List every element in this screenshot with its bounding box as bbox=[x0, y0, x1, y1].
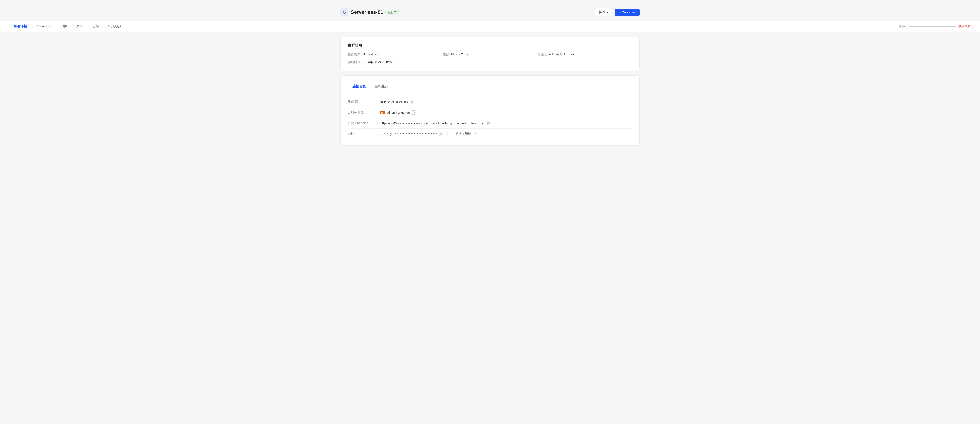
svg-text:阿: 阿 bbox=[381, 112, 383, 114]
info-item-type: 集群类型 Serverless bbox=[348, 53, 442, 56]
conn-tabs: 连接信息 连接指南 bbox=[348, 82, 632, 91]
info-label-compat: 兼容 bbox=[442, 53, 449, 56]
page-header: ⚙ Serverless-01 运行中 操作 ▾ + Collection bbox=[340, 5, 640, 16]
cluster-name: Serverless-01 bbox=[351, 9, 383, 15]
info-value-compat: Milvus 2.4.x bbox=[451, 53, 468, 56]
aliyun-logo-icon: 阿 bbox=[380, 111, 385, 114]
delete-cluster-button[interactable]: 删除集群 bbox=[958, 22, 971, 30]
cluster-title: ⚙ Serverless-01 运行中 bbox=[340, 8, 399, 16]
api-key-label: API Key bbox=[380, 132, 392, 135]
external-link-icon[interactable]: ↗ bbox=[473, 132, 477, 136]
region-badge: 阿 bbox=[380, 111, 385, 114]
cluster-info-card: 集群信息 集群类型 Serverless 兼容 Milvus 2.4.x 创建人… bbox=[340, 37, 640, 71]
info-item-compat: 兼容 Milvus 2.4.x bbox=[442, 53, 538, 56]
conn-val-endpoint: https:// in05-xxxxxxxxxxxxxx.serverless.… bbox=[380, 121, 632, 125]
api-key-value: ••••••••••••••••••••••••••• bbox=[395, 132, 438, 135]
tab-bar-right: 删除 ————————————— 删除集群 bbox=[897, 22, 971, 30]
conn-val-region: 阿 ali-cn-hangzhou ⧉ bbox=[380, 110, 632, 115]
info-value-type: Serverless bbox=[363, 53, 378, 56]
info-label-type: 集群类型 bbox=[348, 53, 361, 56]
cluster-info-grid: 集群类型 Serverless 兼容 Milvus 2.4.x 创建人 admi… bbox=[348, 53, 632, 64]
conn-row-cluster-id: 集群 ID in05-xxxxxxxxxxxxx ⧉ bbox=[348, 97, 632, 107]
conn-tab-guide[interactable]: 连接指南 bbox=[371, 82, 393, 91]
chevron-down-icon: ▾ bbox=[606, 10, 608, 14]
copy-endpoint-icon[interactable]: ⧉ bbox=[487, 121, 492, 125]
tab-migration[interactable]: 迁移 bbox=[88, 21, 103, 32]
tab-bar-left: 集群详情 Collection 指标 用户 迁移 导入数据 bbox=[9, 21, 126, 32]
conn-row-token: Token API Key ••••••••••••••••••••••••••… bbox=[348, 129, 632, 139]
token-divider: | bbox=[447, 132, 448, 135]
info-item-created-time: 创建时间 2024年7月24日 15:53 bbox=[348, 60, 442, 64]
cluster-info-title: 集群信息 bbox=[348, 43, 632, 48]
conn-row-endpoint: 公共 Endpoint https:// in05-xxxxxxxxxxxxxx… bbox=[348, 118, 632, 129]
conn-table: 集群 ID in05-xxxxxxxxxxxxx ⧉ 云服务地域 阿 a bbox=[348, 97, 632, 139]
username-password-label: 用户名：密码 bbox=[452, 132, 471, 136]
add-collection-button[interactable]: + Collection bbox=[615, 9, 640, 16]
copy-token-icon[interactable]: ⧉ bbox=[439, 132, 443, 136]
conn-tab-info[interactable]: 连接信息 bbox=[348, 82, 371, 91]
conn-val-token: API Key ••••••••••••••••••••••••••• ⧉ | … bbox=[380, 132, 632, 136]
tab-collection[interactable]: Collection bbox=[32, 21, 56, 32]
conn-key-token: Token bbox=[348, 132, 375, 135]
tab-cluster-detail[interactable]: 集群详情 bbox=[9, 21, 32, 32]
tab-metrics[interactable]: 指标 bbox=[56, 21, 72, 32]
conn-key-region: 云服务地域 bbox=[348, 110, 375, 115]
ops-button[interactable]: 操作 ▾ bbox=[595, 8, 612, 16]
info-value-creator: admin@zilliz.com bbox=[549, 53, 574, 56]
copy-region-icon[interactable]: ⧉ bbox=[412, 110, 416, 115]
info-value-created-time: 2024年7月24日 15:53 bbox=[363, 60, 393, 64]
status-badge: 运行中 bbox=[385, 10, 399, 15]
copy-cluster-id-icon[interactable]: ⧉ bbox=[410, 100, 414, 104]
conn-key-endpoint: 公共 Endpoint bbox=[348, 121, 375, 125]
conn-val-cluster-id: in05-xxxxxxxxxxxxx ⧉ bbox=[380, 100, 632, 104]
info-label-created-time: 创建时间 bbox=[348, 60, 361, 64]
header-actions: 操作 ▾ + Collection bbox=[595, 8, 640, 16]
info-item-creator: 创建人 admin@zilliz.com bbox=[538, 53, 632, 56]
tab-users[interactable]: 用户 bbox=[72, 21, 88, 32]
connection-info-card: 连接信息 连接指南 集群 ID in05-xxxxxxxxxxxxx ⧉ 云服务… bbox=[340, 75, 640, 146]
tab-import[interactable]: 导入数据 bbox=[103, 21, 126, 32]
tab-bar: 集群详情 Collection 指标 用户 迁移 导入数据 删除 ———————… bbox=[0, 21, 980, 32]
info-label-creator: 创建人 bbox=[538, 53, 547, 56]
delete-button[interactable]: 删除 bbox=[897, 23, 907, 29]
conn-row-region: 云服务地域 阿 ali-cn-hangzhou ⧉ bbox=[348, 107, 632, 118]
cluster-icon: ⚙ bbox=[340, 8, 348, 16]
conn-key-cluster-id: 集群 ID bbox=[348, 100, 375, 104]
